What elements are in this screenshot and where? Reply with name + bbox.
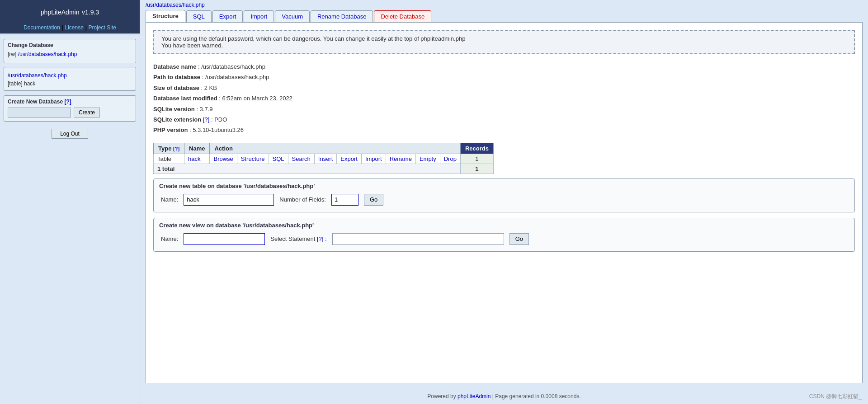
breadcrumb-link[interactable]: /usr/databases/hack.php	[146, 2, 205, 8]
create-view-form: Name: Select Statement [?] : Go	[154, 229, 854, 251]
cell-drop: Drop	[440, 154, 460, 164]
sqlite-extension-row: SQLite extension [?] : PDO	[153, 114, 855, 125]
create-table-fields-input[interactable]	[331, 194, 359, 206]
new-db-form: Create	[8, 108, 132, 117]
db-path-row: Path to database : /usr/databases/hack.p…	[153, 72, 855, 82]
new-db-title: Create New Database [?]	[8, 99, 132, 105]
cell-rename: Rename	[386, 154, 415, 164]
cell-name: hack	[184, 154, 210, 164]
create-view-select-input[interactable]	[332, 233, 504, 245]
logout-section: Log Out	[0, 129, 140, 139]
export-link[interactable]: Export	[340, 155, 358, 162]
license-link[interactable]: License	[65, 24, 83, 31]
total-records: 1	[460, 164, 493, 174]
create-table-fields-label: Number of Fields:	[279, 196, 326, 203]
app-name: phpLiteAdmin	[41, 9, 80, 16]
import-link[interactable]: Import	[365, 155, 382, 162]
tab-rename-database[interactable]: Rename Database	[311, 10, 373, 22]
warning-line2: You have been warned.	[161, 42, 847, 49]
create-table-go-button[interactable]: Go	[364, 194, 383, 206]
create-view-title: Create new view on database '/usr/databa…	[154, 218, 854, 229]
cell-browse: Browse	[210, 154, 237, 164]
db-item-section: /usr/databases/hack.php [table] hack	[4, 67, 136, 91]
cell-search: Search	[288, 154, 314, 164]
drop-link[interactable]: Drop	[444, 155, 457, 162]
sidebar-top-links: Documentation | License | Project Site	[0, 21, 140, 34]
create-view-name-input[interactable]	[184, 233, 265, 245]
create-table-name-label: Name:	[161, 196, 178, 203]
total-row: 1 total 1	[154, 164, 494, 174]
cell-records: 1	[460, 154, 493, 164]
rename-link[interactable]: Rename	[390, 155, 412, 162]
cell-structure: Structure	[237, 154, 269, 164]
create-table-title: Create new table on database '/usr/datab…	[154, 179, 854, 189]
db-size-row: Size of database : 2 KB	[153, 83, 855, 93]
browse-link[interactable]: Browse	[213, 155, 233, 162]
cell-sql: SQL	[269, 154, 288, 164]
cell-import: Import	[361, 154, 386, 164]
sqlite-version-row: SQLite version : 3.7.9	[153, 104, 855, 114]
footer: Powered by phpLiteAdmin | Page generated…	[140, 389, 868, 404]
db-access-rw: [rw] /usr/databases/hack.php	[8, 51, 132, 57]
warning-box: You are using the default password, whic…	[153, 30, 855, 54]
col-name: Name	[184, 143, 210, 154]
tables-table: Type [?] Name Action Records Table hack …	[153, 143, 494, 174]
main-content: /usr/databases/hack.php Structure SQL Ex…	[140, 0, 868, 404]
tab-delete-database[interactable]: Delete Database	[374, 10, 431, 22]
new-db-input[interactable]	[8, 108, 71, 117]
tab-export[interactable]: Export	[212, 10, 243, 22]
cell-type: Table	[154, 154, 184, 164]
cell-export: Export	[337, 154, 362, 164]
app-title: phpLiteAdmin v1.9.3	[0, 0, 140, 21]
tab-vacuum[interactable]: Vacuum	[275, 10, 310, 22]
tab-bar: Structure SQL Export Import Vacuum Renam…	[140, 10, 868, 22]
sidebar-db-link[interactable]: /usr/databases/hack.php	[18, 51, 77, 57]
create-view-go-button[interactable]: Go	[509, 233, 529, 245]
tab-import[interactable]: Import	[244, 10, 274, 22]
create-db-button[interactable]: Create	[74, 108, 100, 117]
sidebar-db-path-link[interactable]: /usr/databases/hack.php	[8, 72, 67, 79]
table-name-link[interactable]: hack	[188, 155, 200, 162]
col-action: Action	[210, 143, 460, 154]
sidebar-table-item: [table] hack	[8, 80, 132, 87]
cell-empty: Empty	[415, 154, 440, 164]
tab-structure[interactable]: Structure	[146, 10, 185, 22]
structure-link[interactable]: Structure	[241, 155, 265, 162]
change-db-label: Change Database	[8, 42, 132, 48]
db-name-row: Database name : /usr/databases/hack.php	[153, 61, 855, 72]
create-view-section: Create new view on database '/usr/databa…	[153, 218, 855, 252]
tab-sql[interactable]: SQL	[186, 10, 212, 22]
create-new-database-section: Create New Database [?] Create	[4, 95, 136, 122]
db-info: Database name : /usr/databases/hack.php …	[153, 61, 855, 136]
db-modified-row: Database last modified : 6:52am on March…	[153, 93, 855, 103]
doc-link[interactable]: Documentation	[24, 24, 60, 31]
cell-insert: Insert	[314, 154, 337, 164]
warning-line1: You are using the default password, whic…	[161, 35, 847, 42]
search-link[interactable]: Search	[292, 155, 311, 162]
col-records: Records	[460, 143, 493, 154]
create-view-select-label: Select Statement [?] :	[270, 235, 326, 242]
app-version: v1.9.3	[82, 9, 99, 16]
table-row: Table hack Browse Structure SQL Search I…	[154, 154, 494, 164]
sql-link[interactable]: SQL	[273, 155, 284, 162]
create-table-name-input[interactable]	[184, 194, 274, 206]
insert-link[interactable]: Insert	[318, 155, 333, 162]
logout-button[interactable]: Log Out	[52, 129, 88, 139]
breadcrumb: /usr/databases/hack.php	[140, 0, 868, 10]
project-link[interactable]: Project Site	[88, 24, 116, 31]
footer-link[interactable]: phpLiteAdmin	[458, 393, 491, 399]
create-view-name-label: Name:	[161, 235, 178, 242]
create-table-form: Name: Number of Fields: Go	[154, 189, 854, 212]
empty-link[interactable]: Empty	[420, 155, 436, 162]
total-label: 1 total	[154, 164, 461, 174]
sidebar: phpLiteAdmin v1.9.3 Documentation | Lice…	[0, 0, 140, 404]
change-database-section: Change Database [rw] /usr/databases/hack…	[4, 39, 136, 63]
col-type: Type [?]	[154, 143, 184, 154]
main-content-area: You are using the default password, whic…	[146, 22, 863, 383]
watermark: CSDN @御七彩虹猫_	[809, 393, 862, 400]
create-table-section: Create new table on database '/usr/datab…	[153, 179, 855, 212]
php-version-row: PHP version : 5.3.10-1ubuntu3.26	[153, 125, 855, 135]
